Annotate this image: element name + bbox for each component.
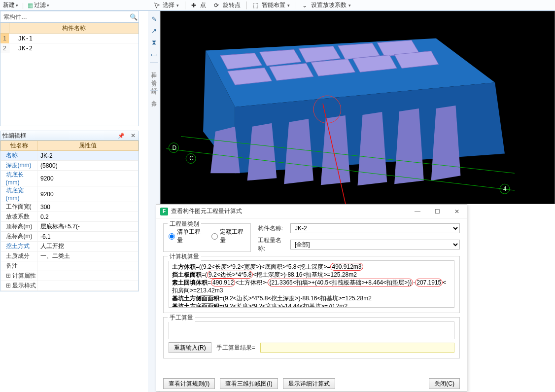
component-search: 🔍 bbox=[0, 11, 139, 23]
property-row[interactable]: 坑底长(mm)9200 bbox=[1, 171, 139, 186]
calc-result-box[interactable]: 土方体积=((9.2<长度>*9.2<宽度>)<底面积>*5.8<挖土深度>=4… bbox=[169, 260, 454, 308]
show-detail-button[interactable]: 显示详细计算式 bbox=[283, 378, 335, 389]
property-grid: 性名称 属性值 名称JK-2深度(mm)(5800)坑底长(mm)9200坑底宽… bbox=[0, 141, 139, 291]
prop-col-name: 性名称 bbox=[1, 141, 37, 151]
pin-icon[interactable]: 📌 bbox=[115, 133, 128, 139]
property-panel-title: 性编辑框 📌 ✕ bbox=[0, 131, 139, 141]
qty-name-select[interactable]: [全部] bbox=[290, 240, 460, 249]
pick-icon[interactable]: ↗ bbox=[149, 26, 159, 36]
calc-legend: 计算机算量 bbox=[168, 252, 201, 261]
manual-result-label: 手工算量结果= bbox=[216, 344, 255, 352]
svg-marker-15 bbox=[284, 119, 313, 184]
manual-result-value bbox=[260, 343, 454, 353]
property-row[interactable]: 土质成分一、二类土 bbox=[1, 251, 139, 261]
quantity-dialog: F 查看构件图元工程量计算式 — ☐ ✕ 工程量类别 清单工程量 定额工程量 构… bbox=[156, 204, 467, 392]
vt-trim[interactable]: 修剪 bbox=[150, 75, 158, 77]
new-label: 新建 bbox=[3, 1, 15, 9]
close-button[interactable]: ✕ bbox=[447, 205, 467, 218]
vt-extend[interactable]: 延伸 bbox=[150, 68, 158, 70]
svg-marker-18 bbox=[394, 108, 424, 184]
category-legend: 工程量类别 bbox=[168, 220, 201, 228]
radio-list-qty[interactable]: 清单工程量 bbox=[169, 228, 203, 245]
property-row[interactable]: ⊞ 计算属性 bbox=[1, 271, 139, 281]
slope-tool[interactable]: ⌄设置放坡系数▾ bbox=[299, 0, 354, 10]
maximize-button[interactable]: ☐ bbox=[427, 205, 447, 218]
minimize-button[interactable]: — bbox=[408, 205, 427, 218]
dialog-title: 查看构件图元工程量计算式 bbox=[171, 207, 242, 215]
viewport-toolbar: 选择▾ ✚点 ⟳旋转点 ⬚智能布置▾ ⌄设置放坡系数▾ bbox=[148, 0, 555, 11]
property-row[interactable]: 顶标高(m)层底标高+5.7(- bbox=[1, 222, 139, 232]
property-row[interactable]: ⊞ 显示样式 bbox=[1, 281, 139, 291]
svg-text:C: C bbox=[189, 155, 194, 162]
property-row[interactable]: 工作面宽(300 bbox=[1, 202, 139, 212]
svg-text:4: 4 bbox=[503, 185, 507, 192]
filter-dropdown[interactable]: ▦ 过滤 ▾ bbox=[28, 1, 49, 9]
reinput-button[interactable]: 重新输入(R) bbox=[169, 342, 211, 353]
cursor-icon bbox=[154, 2, 161, 9]
property-row[interactable]: 底标高(m)-6.1 bbox=[1, 232, 139, 242]
viewport-3d[interactable]: D C 4 bbox=[160, 11, 555, 204]
vt-merge[interactable]: 合并 bbox=[150, 96, 158, 98]
svg-marker-19 bbox=[431, 106, 461, 180]
caret-down-icon: ▾ bbox=[47, 3, 49, 8]
component-list-header: 构件名称 bbox=[9, 23, 139, 33]
mirror-icon[interactable]: ⧗ bbox=[149, 37, 159, 47]
dialog-titlebar[interactable]: F 查看构件图元工程量计算式 — ☐ ✕ bbox=[156, 205, 467, 218]
comp-name-select[interactable]: JK-2 bbox=[290, 223, 460, 233]
property-row[interactable]: 名称JK-2 bbox=[1, 151, 139, 161]
dialog-close-button[interactable]: 关闭(C) bbox=[429, 378, 460, 389]
point-tool[interactable]: ✚点 bbox=[188, 0, 209, 10]
property-row[interactable]: 放坡系数0.2 bbox=[1, 212, 139, 222]
smart-icon: ⬚ bbox=[253, 2, 260, 9]
comp-name-label: 构件名称: bbox=[258, 224, 287, 233]
rotate-point-tool[interactable]: ⟳旋转点 bbox=[211, 0, 243, 10]
manual-legend: 手工算量 bbox=[168, 314, 195, 322]
prop-col-value: 属性值 bbox=[37, 141, 139, 151]
component-list: 构件名称 1 JK-1 2 JK-2 bbox=[0, 23, 139, 126]
radio-quota-qty[interactable]: 定额工程量 bbox=[211, 228, 245, 245]
smart-layout-tool[interactable]: ⬚智能布置▾ bbox=[250, 0, 293, 10]
new-dropdown[interactable]: 新建 ▾ bbox=[3, 1, 18, 9]
search-input[interactable] bbox=[0, 12, 129, 21]
property-row[interactable]: 深度(mm)(5800) bbox=[1, 161, 139, 171]
vt-break[interactable]: 打断 bbox=[150, 83, 158, 85]
select-tool[interactable]: 选择▾ bbox=[151, 0, 182, 10]
qty-name-label: 工程量名称: bbox=[258, 236, 287, 253]
slope-icon: ⌄ bbox=[302, 2, 309, 9]
search-icon[interactable]: 🔍 bbox=[129, 13, 139, 21]
property-row[interactable]: 坑底宽(mm)9200 bbox=[1, 186, 139, 202]
close-icon[interactable]: ✕ bbox=[128, 132, 139, 139]
plus-point-icon: ✚ bbox=[191, 2, 198, 9]
svg-text:D: D bbox=[172, 144, 176, 151]
svg-marker-16 bbox=[321, 115, 350, 185]
caret-down-icon: ▾ bbox=[16, 3, 18, 8]
filter-icon: ▦ bbox=[28, 2, 33, 9]
left-top-toolbar: 新建 ▾ | ▦ 过滤 ▾ bbox=[0, 0, 148, 11]
rotate-icon: ⟳ bbox=[214, 2, 221, 9]
component-row[interactable]: 2 JK-2 bbox=[0, 43, 139, 53]
component-row[interactable]: 1 JK-1 bbox=[0, 34, 139, 43]
square-icon[interactable]: ▭ bbox=[149, 49, 159, 59]
manual-input[interactable] bbox=[169, 321, 454, 339]
property-row[interactable]: 挖土方式人工开挖 bbox=[1, 242, 139, 251]
app-icon: F bbox=[160, 208, 168, 215]
property-row[interactable]: 备注 bbox=[1, 261, 139, 271]
view-rule-button[interactable]: 查看计算规则(I) bbox=[163, 378, 215, 389]
filter-label: 过滤 bbox=[34, 1, 46, 9]
view-3d-button[interactable]: 查看三维扣减图(I) bbox=[220, 378, 278, 389]
brush-icon[interactable]: ✎ bbox=[149, 14, 159, 24]
